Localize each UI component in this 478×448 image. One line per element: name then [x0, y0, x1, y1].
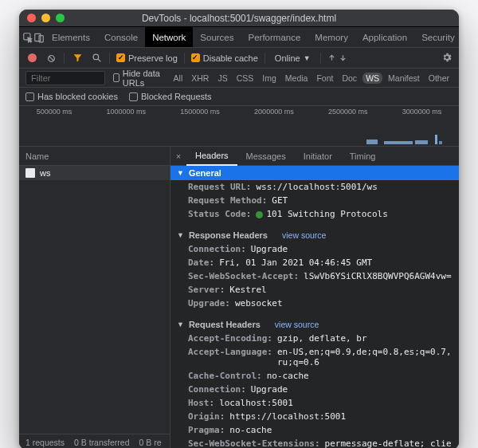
- request-rows: ws: [19, 166, 170, 434]
- throttling-dropdown[interactable]: Online ▼: [272, 53, 314, 63]
- kv-row: Connection:Upgrade: [170, 242, 459, 256]
- kv-value: localhost:5001: [219, 398, 293, 408]
- titlebar: DevTools - localhost:5001/swagger/index.…: [19, 10, 459, 27]
- waterfall-timeline[interactable]: 500000 ms 1000000 ms 1500000 ms 2000000 …: [19, 105, 459, 147]
- tab-timing[interactable]: Timing: [341, 147, 385, 165]
- kv-row: Accept-Language:en-US,en;q=0.9,de;q=0.8,…: [170, 345, 459, 369]
- tab-application[interactable]: Application: [355, 27, 414, 47]
- request-list: Name ws 1 requests 0 B transferred 0 B r…: [19, 147, 170, 448]
- tab-performance[interactable]: Performance: [241, 27, 308, 47]
- filter-input[interactable]: [25, 71, 105, 85]
- view-source-link[interactable]: view source: [282, 230, 326, 240]
- tab-elements[interactable]: Elements: [45, 27, 97, 47]
- kv-key: Accept-Encoding:: [188, 333, 272, 344]
- blocked-requests-label: Blocked Requests: [141, 92, 212, 101]
- filter-all[interactable]: All: [170, 73, 186, 84]
- record-button[interactable]: [25, 52, 38, 65]
- section-request-headers[interactable]: ▼ Request Headers view source: [170, 315, 459, 332]
- kv-row: Origin:https://localhost:5001: [170, 410, 459, 423]
- kv-key: Cache-Control:: [188, 371, 262, 381]
- kv-value: no-cache: [267, 371, 309, 381]
- kv-value: gzip, deflate, br: [277, 333, 367, 344]
- section-general[interactable]: ▼ General: [170, 166, 459, 180]
- filter-bar: Hide data URLs All XHR JS CSS Img Media …: [19, 69, 459, 88]
- tab-security[interactable]: Security: [414, 27, 459, 47]
- content-split: Name ws 1 requests 0 B transferred 0 B r…: [19, 147, 459, 448]
- ws-icon: [25, 168, 35, 178]
- upload-download-icons[interactable]: [327, 53, 347, 62]
- kv-key: Host:: [188, 398, 214, 408]
- zoom-window-button[interactable]: [56, 14, 65, 22]
- tick-label: 500000 ms: [37, 108, 72, 116]
- name-column-header[interactable]: Name: [19, 147, 170, 166]
- kv-key: Status Code:: [188, 209, 251, 219]
- tick-label: 1000000 ms: [106, 108, 146, 116]
- kv-row: Sec-WebSocket-Extensions:permessage-defl…: [170, 437, 459, 448]
- request-detail: × Headers Messages Initiator Timing ▼ Ge…: [170, 147, 459, 448]
- transferred-size: 0 B transferred: [74, 438, 129, 447]
- filter-other[interactable]: Other: [425, 73, 453, 84]
- view-source-link[interactable]: view source: [275, 320, 319, 329]
- status-code-text: 101 Switching Protocols: [266, 209, 387, 219]
- kv-row: Request Method: GET: [170, 194, 459, 207]
- network-toolbar: ⦸ Preserve log Disable cache Online ▼: [19, 48, 459, 69]
- kv-key: Server:: [188, 285, 225, 295]
- close-detail-icon[interactable]: ×: [170, 151, 186, 161]
- filter-ws[interactable]: WS: [362, 73, 382, 84]
- filter-media[interactable]: Media: [282, 73, 311, 84]
- kv-row: Accept-Encoding:gzip, deflate, br: [170, 332, 459, 345]
- disable-cache-checkbox[interactable]: Disable cache: [191, 53, 258, 63]
- kv-row: Date:Fri, 01 Jan 2021 04:46:45 GMT: [170, 256, 459, 269]
- preserve-log-label: Preserve log: [128, 53, 178, 63]
- divider: [64, 53, 65, 64]
- filter-doc[interactable]: Doc: [339, 73, 360, 84]
- checkbox-icon: [191, 53, 200, 62]
- request-row[interactable]: ws: [19, 166, 170, 180]
- tab-messages[interactable]: Messages: [237, 147, 295, 165]
- filter-img[interactable]: Img: [259, 73, 280, 84]
- close-window-button[interactable]: [27, 14, 36, 22]
- kv-key: Pragma:: [188, 425, 225, 435]
- tick-label: 3000000 ms: [402, 108, 442, 116]
- requests-count: 1 requests: [25, 438, 65, 447]
- blocked-requests-checkbox[interactable]: Blocked Requests: [129, 92, 212, 101]
- disclosure-icon: ▼: [177, 231, 184, 239]
- section-response-headers[interactable]: ▼ Response Headers view source: [170, 226, 459, 242]
- checkbox-icon: [129, 92, 138, 101]
- svg-rect-1: [35, 33, 41, 41]
- kv-row: Request URL: wss://localhost:5001/ws: [170, 180, 459, 194]
- filter-manifest[interactable]: Manifest: [385, 73, 423, 84]
- kv-value: no-cache: [229, 425, 272, 435]
- kv-row: Connection:Upgrade: [170, 383, 459, 396]
- tab-console[interactable]: Console: [97, 27, 145, 47]
- filter-font[interactable]: Font: [313, 73, 336, 84]
- disclosure-icon: ▼: [177, 320, 184, 328]
- hide-data-urls-checkbox[interactable]: Hide data URLs: [113, 69, 163, 88]
- inspect-icon[interactable]: [22, 32, 33, 43]
- preserve-log-checkbox[interactable]: Preserve log: [116, 53, 178, 63]
- device-toggle-icon[interactable]: [33, 32, 45, 43]
- chevron-down-icon: ▼: [304, 54, 311, 62]
- tab-sources[interactable]: Sources: [193, 27, 241, 47]
- kv-value: Upgrade: [251, 244, 288, 254]
- kv-row: Cache-Control:no-cache: [170, 369, 459, 383]
- request-headers-rows: Accept-Encoding:gzip, deflate, brAccept-…: [170, 332, 459, 448]
- tab-memory[interactable]: Memory: [308, 27, 355, 47]
- kv-key: Origin:: [188, 411, 225, 422]
- headers-panel[interactable]: ▼ General Request URL: wss://localhost:5…: [170, 166, 459, 448]
- tab-initiator[interactable]: Initiator: [295, 147, 341, 165]
- filter-css[interactable]: CSS: [233, 73, 257, 84]
- tab-headers[interactable]: Headers: [186, 147, 237, 166]
- kv-value: Fri, 01 Jan 2021 04:46:45 GMT: [219, 257, 372, 268]
- kv-value: https://localhost:5001: [229, 411, 346, 422]
- devtools-window: DevTools - localhost:5001/swagger/index.…: [19, 10, 459, 448]
- has-blocked-cookies-checkbox[interactable]: Has blocked cookies: [25, 92, 118, 101]
- filter-toggle-icon[interactable]: [71, 52, 84, 65]
- clear-button[interactable]: ⦸: [45, 52, 57, 65]
- network-settings-icon[interactable]: [441, 52, 453, 65]
- search-icon[interactable]: [90, 52, 103, 65]
- filter-xhr[interactable]: XHR: [188, 73, 212, 84]
- minimize-window-button[interactable]: [41, 14, 50, 22]
- filter-js[interactable]: JS: [214, 73, 230, 84]
- tab-network[interactable]: Network: [145, 27, 193, 47]
